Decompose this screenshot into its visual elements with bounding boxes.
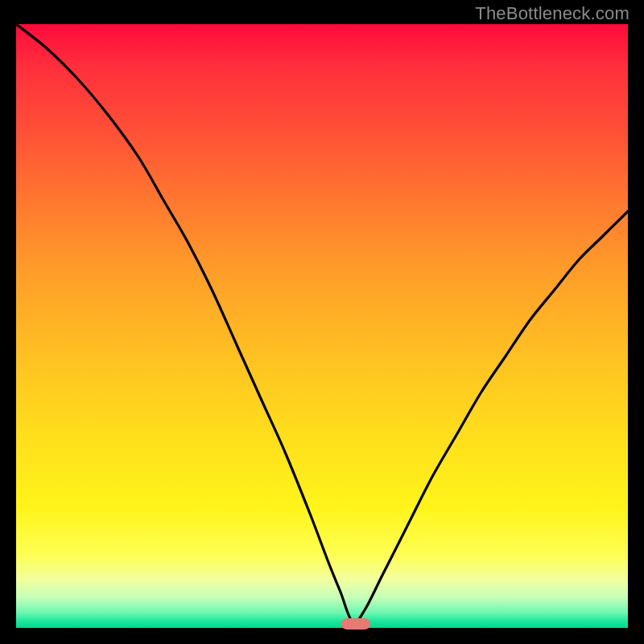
- plot-area: [16, 24, 628, 628]
- watermark-text: TheBottleneck.com: [475, 3, 630, 24]
- chart-frame: TheBottleneck.com: [0, 0, 644, 644]
- curve-path: [16, 24, 628, 622]
- bottleneck-curve: [16, 24, 628, 628]
- optimum-marker: [341, 618, 370, 630]
